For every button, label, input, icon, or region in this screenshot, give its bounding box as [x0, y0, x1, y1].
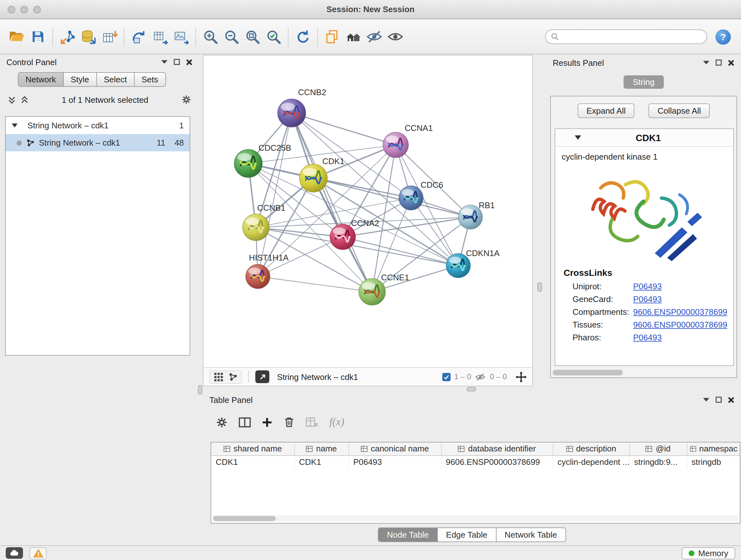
disclosure-triangle-icon[interactable]: [11, 123, 18, 128]
tab-network[interactable]: Network: [18, 72, 64, 87]
expand-all-button[interactable]: Expand All: [578, 104, 635, 118]
help-button[interactable]: ?: [716, 29, 731, 44]
node-hist1h1a[interactable]: HIST1H1A: [246, 253, 289, 289]
table-cell[interactable]: P06493: [348, 455, 441, 469]
document-button[interactable]: [322, 26, 343, 48]
tab-style[interactable]: Style: [64, 72, 97, 87]
delete-column-trash-icon[interactable]: [283, 416, 295, 428]
table-row[interactable]: CDK1 CDK1 P06493 9606.ENSP00000378699 cy…: [211, 455, 740, 469]
import-table-button[interactable]: [99, 26, 120, 48]
table-cell[interactable]: CDK1: [294, 455, 348, 469]
maximize-panel-icon[interactable]: [174, 59, 180, 65]
gene-card-header[interactable]: CDK1: [555, 129, 733, 147]
column-header[interactable]: @id: [629, 442, 687, 455]
collapse-all-button[interactable]: Collapse All: [649, 104, 710, 118]
close-window-button[interactable]: [8, 5, 15, 13]
float-panel-icon[interactable]: [703, 60, 710, 65]
edge[interactable]: [292, 113, 372, 292]
export-table-button[interactable]: [149, 26, 171, 48]
eye-slash-button[interactable]: [364, 26, 385, 48]
crosslink-link[interactable]: P06493: [633, 294, 662, 304]
refresh-button[interactable]: [292, 26, 313, 48]
node-cdc25b[interactable]: CDC25B: [234, 143, 291, 178]
right-splitter-handle[interactable]: [537, 282, 542, 292]
network-options-gear-icon[interactable]: [181, 95, 192, 105]
crosslink-link[interactable]: P06493: [633, 332, 662, 342]
network-collection-row[interactable]: String Network – cdk1 1: [6, 117, 190, 134]
birdseye-grid-icon[interactable]: [214, 372, 223, 381]
close-panel-icon[interactable]: [186, 58, 193, 65]
tab-string[interactable]: String: [623, 75, 664, 89]
zoom-selected-button[interactable]: [263, 26, 284, 48]
node-ccne1[interactable]: CCNE1: [359, 273, 409, 305]
collapse-gene-icon[interactable]: [575, 135, 582, 140]
function-builder-button[interactable]: f(x): [329, 416, 344, 428]
collapse-all-icon[interactable]: [8, 96, 16, 104]
column-header[interactable]: database identifier: [441, 442, 553, 455]
network-canvas[interactable]: CCNB2CCNA1CDC25BCDK1CDC6RB1CCNB1CCNA2CDK…: [204, 56, 532, 367]
left-splitter-handle[interactable]: [198, 385, 202, 395]
node-ccnb1[interactable]: CCNB1: [243, 203, 285, 241]
edge[interactable]: [258, 276, 372, 292]
scrollbar-thumb[interactable]: [553, 370, 623, 375]
search-field[interactable]: [545, 29, 707, 44]
close-panel-icon[interactable]: [728, 59, 735, 66]
column-header[interactable]: shared name: [211, 442, 294, 455]
node-cdc6[interactable]: CDC6: [399, 180, 443, 210]
bottom-splitter-handle[interactable]: [467, 387, 476, 391]
show-columns-icon[interactable]: [239, 417, 251, 428]
column-header[interactable]: name: [294, 442, 348, 455]
delete-table-icon[interactable]: [306, 417, 319, 427]
crosslink-link[interactable]: P06493: [633, 281, 662, 291]
table-cell[interactable]: 9606.ENSP00000378699: [441, 455, 553, 469]
table-horizontal-scrollbar[interactable]: [212, 515, 738, 522]
create-column-plus-icon[interactable]: [262, 417, 273, 428]
crosslink-link[interactable]: 9606.ENSP00000378699: [633, 320, 727, 329]
table-options-gear-icon[interactable]: [216, 416, 228, 428]
maximize-panel-icon[interactable]: [716, 59, 722, 66]
eye-button[interactable]: [385, 26, 406, 48]
pan-crosshair-icon[interactable]: [516, 371, 527, 382]
table-cell[interactable]: stringdb:9...: [629, 455, 687, 469]
table-cell[interactable]: CDK1: [211, 455, 294, 469]
crosslink-link[interactable]: 9606.ENSP00000378699: [633, 307, 727, 316]
detach-view-button[interactable]: [255, 370, 269, 383]
maximize-panel-icon[interactable]: [716, 396, 722, 403]
tab-network-table[interactable]: Network Table: [496, 527, 566, 542]
network-overview-icon[interactable]: [228, 372, 238, 381]
memory-indicator[interactable]: Memory: [682, 547, 735, 559]
node-ccna1[interactable]: CCNA1: [383, 123, 433, 158]
save-session-button[interactable]: [27, 26, 49, 48]
selected-indicator-checkbox[interactable]: [442, 373, 450, 381]
tab-edge-table[interactable]: Edge Table: [438, 527, 496, 542]
import-network-button[interactable]: [57, 26, 78, 48]
column-header[interactable]: description: [553, 442, 629, 455]
cloud-button[interactable]: [6, 547, 23, 559]
float-panel-icon[interactable]: [161, 59, 168, 65]
zoom-fit-button[interactable]: [242, 26, 263, 48]
export-image-button[interactable]: [171, 26, 192, 48]
node-cdk1[interactable]: CDK1: [299, 157, 344, 192]
zoom-window-button[interactable]: [33, 5, 41, 13]
table-cell[interactable]: cyclin-dependent ...: [553, 455, 629, 469]
column-header[interactable]: canonical name: [348, 442, 441, 455]
node-rb1[interactable]: RB1: [458, 200, 495, 229]
tab-node-table[interactable]: Node Table: [378, 527, 437, 542]
scrollbar-thumb[interactable]: [213, 516, 276, 521]
zoom-in-button[interactable]: [200, 26, 221, 48]
open-session-button[interactable]: [6, 26, 27, 48]
warnings-button[interactable]: [29, 547, 47, 559]
expand-all-icon[interactable]: [20, 96, 29, 104]
results-horizontal-scrollbar[interactable]: [552, 369, 735, 376]
tab-sets[interactable]: Sets: [134, 72, 165, 87]
table-cell[interactable]: stringdb: [687, 455, 740, 469]
string-home-button[interactable]: [343, 26, 364, 48]
edge[interactable]: [292, 113, 396, 145]
column-header[interactable]: namespac: [687, 442, 740, 455]
zoom-out-button[interactable]: [221, 26, 242, 48]
tab-select[interactable]: Select: [97, 72, 134, 87]
network-row[interactable]: String Network – cdk1 11 48: [6, 134, 190, 151]
new-network-button[interactable]: [128, 26, 149, 48]
edge[interactable]: [258, 113, 292, 276]
minimize-window-button[interactable]: [20, 5, 28, 13]
